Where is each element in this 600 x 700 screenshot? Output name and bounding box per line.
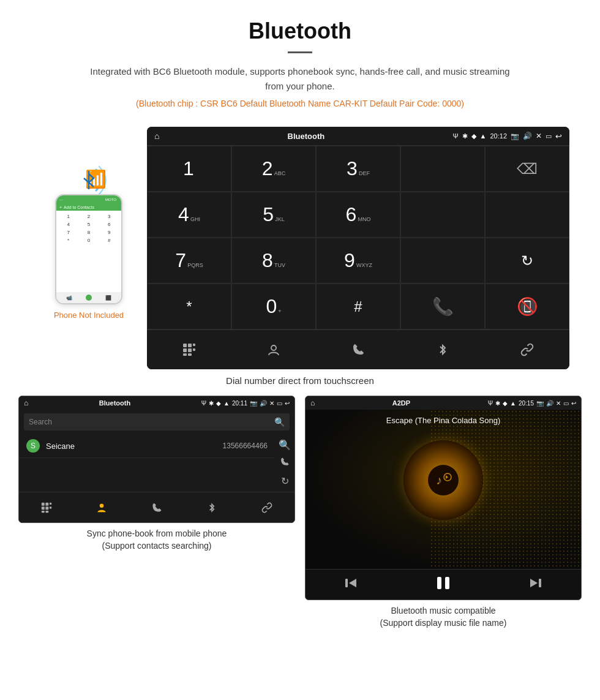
pb-home-icon[interactable]: ⌂ — [24, 399, 28, 407]
title-divider — [288, 51, 312, 53]
pb-right-refresh-icon[interactable]: ↻ — [281, 475, 289, 487]
demo-caption: Dial number direct from touchscreen — [0, 375, 600, 386]
pb-bt-bottom-icon[interactable] — [184, 492, 239, 522]
dial-backspace[interactable]: ⌫ — [485, 146, 569, 192]
dial-key-hash[interactable]: # — [316, 284, 400, 329]
music-vol-icon[interactable]: 🔊 — [546, 400, 553, 407]
bluetooth-status-icon: ✱ — [462, 132, 468, 140]
music-usb-icon: Ψ — [488, 400, 493, 407]
dial-key-6[interactable]: 6 MNO — [316, 192, 400, 238]
pb-time: 20:11 — [232, 400, 247, 407]
dial-empty-3 — [485, 192, 569, 238]
dial-key-1[interactable]: 1 — [147, 146, 231, 192]
search-bar[interactable]: Search 🔍 — [24, 413, 290, 431]
pb-x-icon[interactable]: ✕ — [269, 400, 274, 407]
screen-title: Bluetooth — [288, 132, 325, 141]
volume-icon[interactable]: 🔊 — [523, 132, 532, 140]
svg-rect-23 — [345, 579, 348, 587]
svg-marker-26 — [530, 579, 538, 587]
search-icon[interactable]: 🔍 — [274, 417, 285, 427]
svg-rect-6 — [188, 348, 192, 352]
music-cam-icon[interactable]: 📷 — [536, 400, 544, 407]
page-header: Bluetooth Integrated with BC6 Bluetooth … — [0, 0, 600, 127]
dial-key-8[interactable]: 8 TUV — [231, 238, 316, 284]
pb-cam-icon[interactable]: 📷 — [250, 400, 257, 407]
dial-key-7[interactable]: 7 PQRS — [147, 238, 231, 284]
phonebook-screenshot-block: ⌂ Bluetooth Ψ ✱ ◆ ▲ 20:11 📷 🔊 ✕ ▭ ↩ — [18, 396, 295, 629]
pb-right-search-icon[interactable]: 🔍 — [279, 439, 291, 451]
bottom-link-icon[interactable] — [485, 330, 569, 369]
bluetooth-specs: (Bluetooth chip : CSR BC6 Default Blueto… — [12, 99, 588, 108]
bottom-bluetooth-icon[interactable] — [400, 330, 485, 369]
phone-mockup: ··· MOTO +Add to Contacts 1 2 3 4 5 6 7 — [55, 194, 122, 304]
android-dial-screen[interactable]: ⌂ Bluetooth Ψ ✱ ◆ ▲ 20:12 📷 🔊 ✕ ▭ ↩ 1 — [147, 127, 569, 369]
svg-rect-3 — [188, 344, 192, 347]
dial-refresh[interactable]: ↻ — [485, 238, 569, 284]
music-wifi-icon: ▲ — [510, 400, 516, 407]
pb-vol-icon[interactable]: 🔊 — [260, 400, 267, 407]
phonebook-screen[interactable]: ⌂ Bluetooth Ψ ✱ ◆ ▲ 20:11 📷 🔊 ✕ ▭ ↩ — [18, 396, 295, 523]
bottom-phone-icon[interactable] — [316, 330, 400, 369]
prev-track-button[interactable] — [344, 576, 358, 593]
camera-icon[interactable]: 📷 — [511, 132, 519, 140]
svg-rect-4 — [193, 344, 195, 346]
svg-rect-18 — [45, 510, 48, 512]
back-icon[interactable]: ↩ — [555, 132, 562, 141]
screen-icon[interactable]: ▭ — [546, 132, 552, 140]
svg-rect-25 — [445, 577, 449, 589]
music-status-right: Ψ ✱ ◆ ▲ 20:15 📷 🔊 ✕ ▭ ↩ — [488, 400, 576, 407]
music-disc-inner: ♪ — [428, 465, 459, 495]
music-screen[interactable]: ⌂ A2DP Ψ ✱ ◆ ▲ 20:15 📷 🔊 ✕ ▭ ↩ — [305, 396, 582, 600]
svg-point-19 — [100, 503, 104, 508]
contact-row[interactable]: S Seicane 13566664466 — [19, 434, 275, 458]
dial-key-2[interactable]: 2 ABC — [231, 146, 316, 192]
pb-wifi-icon: ▲ — [223, 400, 230, 407]
dial-key-4[interactable]: 4 GHI — [147, 192, 231, 238]
music-home-icon[interactable]: ⌂ — [310, 399, 315, 407]
pb-contacts-active-icon[interactable] — [74, 492, 129, 522]
next-track-button[interactable] — [529, 576, 542, 593]
pb-bt-icon: ✱ — [209, 400, 214, 407]
page-title: Bluetooth — [12, 18, 588, 44]
pb-back-icon[interactable]: ↩ — [285, 400, 290, 407]
svg-rect-7 — [193, 348, 195, 351]
phonebook-bottom-bar — [19, 492, 294, 522]
dial-empty-4 — [400, 238, 485, 284]
dial-key-0[interactable]: 0 + — [231, 284, 316, 329]
pb-phone-icon[interactable] — [129, 492, 184, 522]
pb-right-call-icon[interactable] — [280, 457, 290, 469]
pb-grid-icon[interactable] — [19, 492, 74, 522]
music-bt-icon: ✱ — [495, 400, 500, 407]
pb-screen-icon[interactable]: ▭ — [277, 400, 282, 407]
backspace-icon: ⌫ — [517, 160, 538, 178]
dial-key-star[interactable]: * — [147, 284, 231, 329]
home-icon[interactable]: ⌂ — [154, 131, 159, 141]
dial-call-green[interactable]: 📞 — [400, 284, 485, 329]
music-screen-icon[interactable]: ▭ — [563, 400, 569, 407]
x-icon[interactable]: ✕ — [536, 132, 542, 140]
svg-rect-12 — [45, 502, 48, 505]
bluetooth-signal-icon: 📶 — [77, 164, 101, 191]
dial-key-3[interactable]: 3 DEF — [316, 146, 400, 192]
play-pause-button[interactable] — [435, 575, 451, 595]
contact-avatar: S — [26, 439, 40, 453]
svg-rect-17 — [42, 510, 45, 512]
dial-key-5[interactable]: 5 JKL — [231, 192, 316, 238]
bottom-grid-icon[interactable] — [147, 330, 231, 369]
svg-marker-22 — [349, 579, 356, 587]
dial-key-9[interactable]: 9 WXYZ — [316, 238, 400, 284]
time-display: 20:12 — [490, 132, 507, 140]
pb-status-right: Ψ ✱ ◆ ▲ 20:11 📷 🔊 ✕ ▭ ↩ — [201, 400, 290, 407]
dial-end-call[interactable]: 📵 — [485, 284, 569, 329]
svg-rect-15 — [45, 506, 48, 510]
svg-rect-27 — [539, 579, 541, 587]
pb-link-icon[interactable] — [239, 492, 294, 522]
music-back-icon[interactable]: ↩ — [571, 400, 576, 407]
phone-not-included-label: Phone Not Included — [54, 310, 124, 320]
music-time: 20:15 — [519, 400, 534, 407]
phonebook-status-bar: ⌂ Bluetooth Ψ ✱ ◆ ▲ 20:11 📷 🔊 ✕ ▭ ↩ — [19, 396, 294, 410]
bottom-contacts-icon[interactable] — [231, 330, 316, 369]
music-x-icon[interactable]: ✕ — [556, 400, 561, 407]
svg-rect-11 — [42, 502, 45, 505]
svg-rect-24 — [437, 577, 441, 589]
